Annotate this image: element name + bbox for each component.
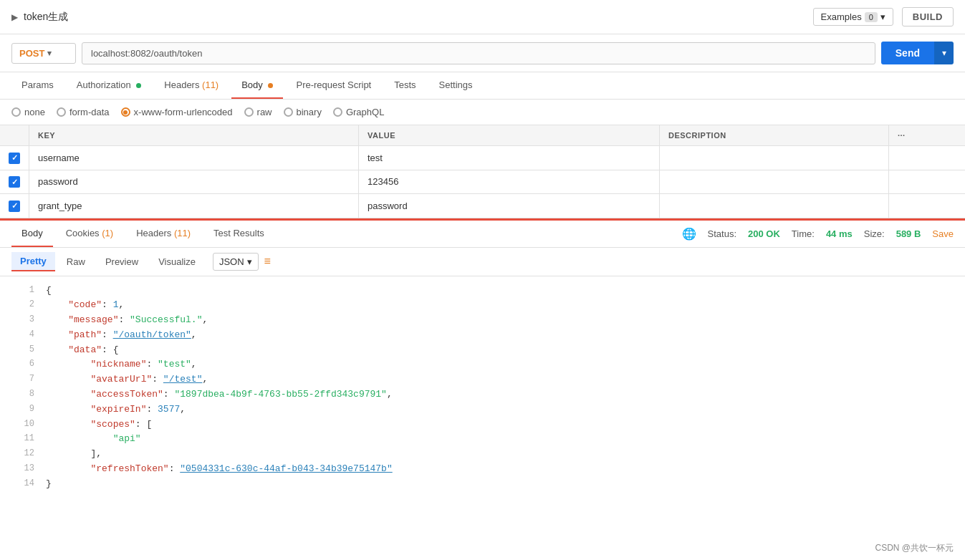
key-col-header: KEY [29,125,359,146]
url-input[interactable] [82,42,875,64]
top-bar: ▶ token生成 Examples 0 ▾ BUILD [0,0,965,34]
line-content: "path": "/oauth/token", [46,328,959,343]
line-content: "code": 1, [46,298,959,313]
line-number: 14 [6,477,34,491]
line-content: "data": { [46,343,959,358]
key-col-header [0,125,29,146]
tab-authorization[interactable]: Authorization [67,72,152,99]
collection-title: token生成 [24,11,68,24]
line-content: { [46,284,959,299]
body-type-none[interactable]: none [11,107,45,117]
json-format-chevron: ▾ [247,256,252,267]
code-line: 5 "data": { [0,343,965,358]
row-value: test [359,146,660,170]
line-content: "message": "Successful.", [46,313,959,328]
row-description [660,170,889,194]
code-line: 12 ], [0,447,965,462]
body-type-x-www-form-urlencoded[interactable]: x-www-form-urlencoded [121,107,233,117]
line-number: 4 [6,328,34,342]
format-preview-button[interactable]: Preview [97,253,147,271]
expand-arrow-icon[interactable]: ▶ [11,12,18,22]
body-type-form-data[interactable]: form-data [57,107,110,117]
tab-headers[interactable]: Headers (11) [154,72,229,99]
row-checkbox-cell[interactable]: ✓ [0,146,29,170]
send-button[interactable]: Send [881,42,934,64]
row-key: username [29,146,359,170]
code-line: 11 "api" [0,432,965,447]
size-label: Size: [864,228,885,239]
tab-tests[interactable]: Tests [384,72,426,99]
time-label: Time: [792,228,815,239]
row-checkbox-cell[interactable]: ✓ [0,170,29,194]
send-dropdown-button[interactable]: ▾ [934,42,954,64]
tab-params[interactable]: Params [11,72,64,99]
body-type-binary[interactable]: binary [284,107,322,117]
json-format-label: JSON [219,256,244,267]
response-tab-headers[interactable]: Headers (11) [126,221,201,247]
urlencoded-radio-inner [123,110,128,115]
value-col-header: VALUE [359,125,660,146]
line-number: 5 [6,343,34,357]
row-description [660,146,889,170]
response-tab-body[interactable]: Body [11,221,53,247]
format-pretty-button[interactable]: Pretty [11,252,55,271]
method-select[interactable]: POST ▾ [11,43,76,64]
checkbox[interactable]: ✓ [9,201,20,212]
more-options-header: ··· [889,125,966,146]
row-more [889,194,966,218]
response-tab-cookies[interactable]: Cookies (1) [56,221,123,247]
send-button-group: Send ▾ [881,42,954,64]
code-line: 6 "nickname": "test", [0,357,965,372]
line-content: "avatarUrl": "/test", [46,372,959,387]
line-content: ], [46,447,959,462]
method-chevron-icon: ▾ [47,49,52,58]
checkbox[interactable]: ✓ [9,153,20,164]
params-table: KEY VALUE DESCRIPTION ··· ✓ username tes… [0,125,965,218]
row-value: 123456 [359,170,660,194]
row-key: grant_type [29,194,359,218]
code-line: 9 "expireIn": 3577, [0,402,965,417]
line-number: 12 [6,447,34,460]
response-status-row: 🌐 Status: 200 OK Time: 44 ms Size: 589 B… [682,227,954,241]
collection-title-row: ▶ token生成 [11,11,68,24]
code-line: 14} [0,477,965,492]
format-visualize-button[interactable]: Visualize [150,253,204,271]
code-line: 10 "scopes": [ [0,417,965,433]
none-radio-circle [11,107,21,117]
checkbox[interactable]: ✓ [9,176,20,188]
binary-radio-circle [284,107,293,117]
row-key: password [29,170,359,194]
tab-body[interactable]: Body [231,72,283,99]
request-tabs: Params Authorization Headers (11) Body P… [0,72,965,100]
code-line: 3 "message": "Successful.", [0,313,965,328]
tab-prerequest[interactable]: Pre-request Script [286,72,381,99]
examples-button[interactable]: Examples 0 ▾ [813,8,893,26]
code-viewer: 1{2 "code": 1,3 "message": "Successful."… [0,276,965,499]
table-row: ✓ grant_type password [0,194,965,218]
wrap-icon[interactable]: ≡ [264,255,271,268]
size-value: 589 B [896,228,921,239]
row-more [889,146,966,170]
response-tabs-row: Body Cookies (1) Headers (11) Test Resul… [0,218,965,248]
method-label: POST [19,48,44,59]
row-checkbox-cell[interactable]: ✓ [0,194,29,218]
format-raw-button[interactable]: Raw [58,253,94,271]
save-response-button[interactable]: Save [932,228,954,239]
status-label: Status: [708,228,736,239]
top-bar-actions: Examples 0 ▾ BUILD [813,7,954,26]
line-content: "scopes": [ [46,417,959,433]
line-number: 6 [6,357,34,371]
response-tab-test-results[interactable]: Test Results [203,221,274,247]
line-number: 7 [6,372,34,386]
build-button[interactable]: BUILD [902,7,954,26]
line-number: 13 [6,462,34,475]
tab-settings[interactable]: Settings [429,72,483,99]
body-type-raw[interactable]: raw [244,107,272,117]
line-content: "accessToken": "1897dbea-4b9f-4763-bb55-… [46,387,959,402]
body-type-graphql[interactable]: GraphQL [333,107,384,117]
line-number: 10 [6,417,34,431]
line-number: 8 [6,387,34,401]
code-line: 7 "avatarUrl": "/test", [0,372,965,387]
json-format-select[interactable]: JSON ▾ [213,253,259,271]
code-line: 1{ [0,284,965,299]
